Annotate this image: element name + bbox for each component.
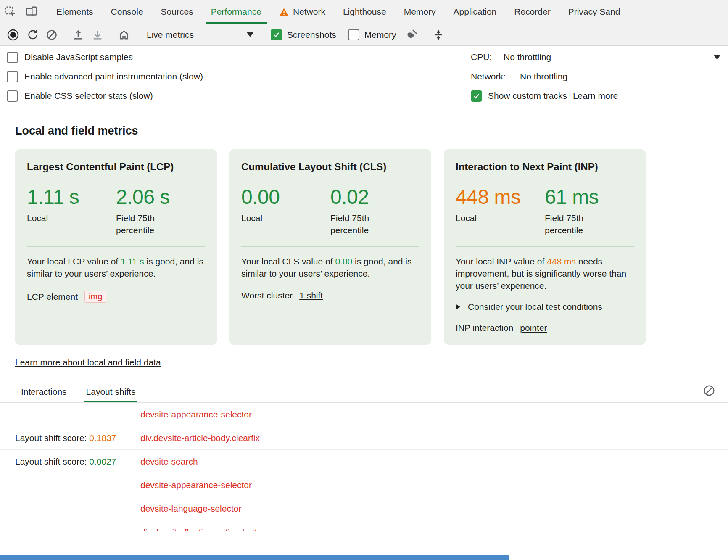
- inspect-element-button[interactable]: [0, 0, 21, 24]
- upload-icon: [72, 29, 84, 41]
- field-label: Field 75th percentile: [116, 212, 173, 236]
- collapse-panel-button[interactable]: [429, 26, 448, 44]
- record-button[interactable]: [3, 26, 23, 44]
- layout-shift-row: Layout shift score: 0.0027 devsite-searc…: [0, 450, 728, 473]
- node-link[interactable]: devsite-appearance-selector: [140, 409, 252, 420]
- memory-checkbox[interactable]: Memory: [348, 29, 396, 40]
- tab-interactions[interactable]: Interactions: [21, 381, 67, 402]
- cls-local-value: 0.00: [241, 185, 330, 209]
- chevron-down-icon: [247, 32, 253, 37]
- inp-field-value: 61 ms: [545, 185, 634, 209]
- field-label: Field 75th percentile: [330, 212, 387, 236]
- tab-network[interactable]: Network: [270, 0, 334, 24]
- history-dropdown[interactable]: Live metrics: [141, 30, 258, 40]
- load-profile-button[interactable]: [69, 26, 88, 44]
- chevron-down-icon: [714, 55, 720, 60]
- device-toolbar-button[interactable]: [21, 0, 42, 24]
- reload-icon: [26, 29, 38, 41]
- toolbar-separator: [65, 29, 65, 41]
- custom-tracks-learn-more-link[interactable]: Learn more: [573, 91, 618, 101]
- node-link[interactable]: devsite-search: [140, 457, 198, 467]
- capture-settings-options: Disable JavaScript samples Enable advanc…: [7, 48, 471, 106]
- score-value: 0.0027: [89, 457, 116, 466]
- tab-elements[interactable]: Elements: [47, 0, 102, 24]
- tab-label: Application: [454, 7, 497, 17]
- cpu-throttling-select[interactable]: No throttling: [504, 52, 728, 62]
- card-title: Cumulative Layout Shift (CLS): [241, 161, 419, 173]
- custom-tracks-row: Show custom tracks Learn more: [471, 86, 728, 106]
- network-throttling-value: No throttling: [520, 71, 567, 82]
- tab-application[interactable]: Application: [445, 0, 506, 24]
- memory-label: Memory: [364, 30, 396, 40]
- lcp-element-node-link[interactable]: img: [84, 291, 106, 303]
- local-label: Local: [456, 212, 512, 224]
- tab-console[interactable]: Console: [102, 0, 152, 24]
- score-cell: Layout shift score: 0.0027: [15, 457, 140, 467]
- inp-interaction-label: INP interaction: [456, 323, 513, 333]
- tab-privacy-sandbox[interactable]: Privacy Sand: [559, 0, 629, 24]
- toolbar-separator: [261, 29, 261, 41]
- custom-tracks-label: Show custom tracks: [488, 91, 567, 101]
- save-profile-button[interactable]: [88, 26, 107, 44]
- clear-icon: [703, 384, 715, 397]
- tab-layout-shifts[interactable]: Layout shifts: [86, 381, 136, 402]
- tab-recorder[interactable]: Recorder: [505, 0, 559, 24]
- layout-shift-rows: devsite-appearance-selector Layout shift…: [0, 403, 728, 531]
- live-metrics-view: Local and field metrics Largest Contentf…: [0, 124, 728, 370]
- node-link[interactable]: devsite-appearance-selector: [140, 480, 252, 490]
- tab-label: Performance: [211, 7, 261, 17]
- tab-memory[interactable]: Memory: [395, 0, 445, 24]
- checkbox-checked-icon[interactable]: [471, 90, 482, 102]
- node-link[interactable]: div.devsite-article-body.clearfix: [140, 433, 260, 443]
- tab-lighthouse[interactable]: Lighthouse: [334, 0, 395, 24]
- checkbox-unchecked-icon: [7, 90, 18, 102]
- live-metrics-log: Interactions Layout shifts devsite-appea…: [0, 381, 728, 531]
- worst-cluster-label: Worst cluster: [241, 291, 293, 301]
- log-tabbar: Interactions Layout shifts: [0, 381, 728, 403]
- clear-button[interactable]: [42, 26, 61, 44]
- lcp-element-label: LCP element: [27, 292, 78, 302]
- tab-label: Network: [293, 7, 325, 17]
- broom-icon: [406, 29, 418, 41]
- cpu-throttling-value: No throttling: [504, 52, 551, 62]
- field-label: Field 75th percentile: [545, 212, 601, 236]
- reload-and-record-button[interactable]: [23, 26, 42, 44]
- learn-more-local-field-link[interactable]: Learn more about local and field data: [15, 357, 161, 367]
- advanced-paint-instrumentation-checkbox[interactable]: Enable advanced paint instrumentation (s…: [7, 67, 471, 86]
- toolbar-separator: [137, 29, 137, 41]
- inspect-cursor-icon: [4, 5, 17, 18]
- card-divider: [27, 246, 205, 247]
- screenshots-label: Screenshots: [287, 30, 336, 40]
- disclosure-label: Consider your local test conditions: [468, 302, 602, 312]
- worst-cluster-link[interactable]: 1 shift: [299, 291, 323, 301]
- score-value: 0.1837: [89, 433, 116, 443]
- screenshots-checkbox[interactable]: Screenshots: [271, 29, 336, 40]
- tab-performance[interactable]: Performance: [202, 0, 270, 24]
- expand-triangle-icon: [456, 304, 460, 310]
- node-link[interactable]: div.devsite-floating-action-buttons: [140, 527, 271, 532]
- tab-label: Privacy Sand: [568, 7, 620, 17]
- tab-sources[interactable]: Sources: [152, 0, 202, 24]
- layout-shift-row: div.devsite-floating-action-buttons: [0, 520, 728, 531]
- cpu-label: CPU:: [471, 52, 504, 62]
- inp-interaction-link[interactable]: pointer: [520, 323, 547, 333]
- local-test-conditions-disclosure[interactable]: Consider your local test conditions: [456, 302, 634, 312]
- back-to-live-metrics-button[interactable]: [114, 26, 134, 44]
- checkbox-unchecked-icon: [348, 29, 359, 40]
- collapse-icon: [433, 29, 444, 41]
- disable-js-samples-checkbox[interactable]: Disable JavaScript samples: [7, 48, 471, 67]
- network-throttling-select[interactable]: No throttling: [520, 71, 728, 82]
- horizontal-scrollbar-thumb[interactable]: [0, 555, 509, 560]
- css-selector-stats-checkbox[interactable]: Enable CSS selector stats (slow): [7, 86, 471, 106]
- network-throttling-row: Network: No throttling: [471, 67, 728, 86]
- inp-local-value: 448 ms: [456, 185, 545, 209]
- cls-description: Your local CLS value of 0.00 is good, an…: [241, 255, 419, 280]
- node-link[interactable]: devsite-language-selector: [140, 504, 241, 514]
- clear-log-button[interactable]: [703, 384, 715, 397]
- throttling-settings: CPU: No throttling Network: No throttlin…: [471, 48, 728, 106]
- tabbar-separator: [45, 5, 45, 18]
- clear-icon: [46, 29, 58, 41]
- layout-shift-row: devsite-language-selector: [0, 497, 728, 520]
- lcp-local-value: 1.11 s: [27, 185, 116, 209]
- collect-garbage-button[interactable]: [402, 26, 422, 44]
